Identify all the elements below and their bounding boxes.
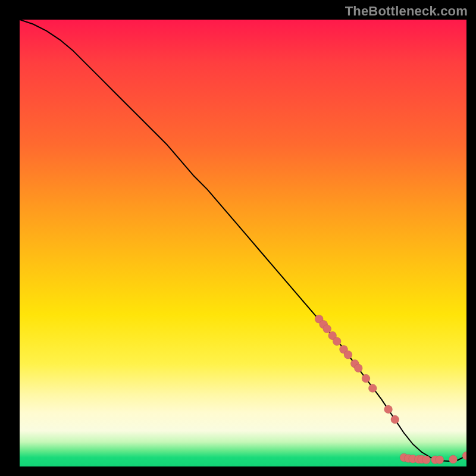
watermark-text: TheBottleneck.com [345,4,468,19]
highlight-dot [344,350,352,359]
highlight-dot [333,337,341,346]
highlight-dot [462,452,466,460]
highlight-dot [362,374,370,383]
highlight-dot [422,456,430,464]
highlight-dot [391,415,399,424]
highlight-dot [449,455,458,464]
highlight-dots-group [315,315,466,464]
highlight-dot [368,384,377,393]
highlight-dot [384,405,393,414]
chart-stage: TheBottleneck.com [0,0,476,476]
bottleneck-curve [20,20,466,461]
plot-area [20,20,466,466]
highlight-dot [354,364,362,372]
highlight-dot [436,456,444,464]
highlight-dot [323,325,331,333]
curve-svg [20,20,466,466]
